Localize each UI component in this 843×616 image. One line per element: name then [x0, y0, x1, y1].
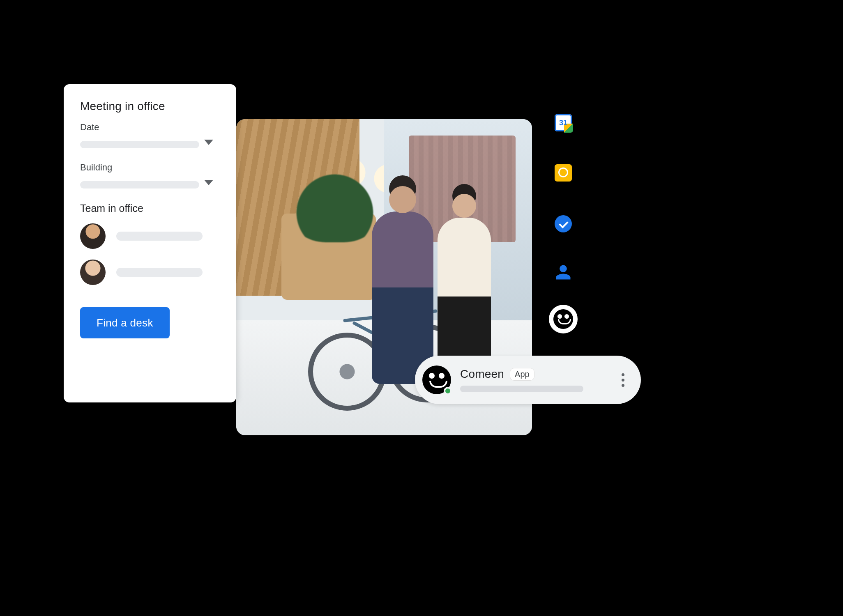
google-calendar-icon[interactable]: [555, 114, 572, 131]
booking-card: Meeting in office Date Building Team in …: [64, 84, 236, 402]
comeen-glyph: [553, 309, 573, 329]
building-label: Building: [80, 162, 220, 173]
google-tasks-icon[interactable]: [555, 215, 572, 232]
presence-indicator: [444, 387, 452, 395]
google-contacts-icon[interactable]: [555, 264, 572, 281]
chevron-down-icon: [204, 180, 213, 185]
comeen-app-icon[interactable]: [549, 305, 578, 333]
date-label: Date: [80, 122, 220, 133]
team-member-row: [80, 223, 220, 249]
chevron-down-icon: [204, 140, 213, 145]
team-section-title: Team in office: [80, 202, 220, 214]
chat-app-chip[interactable]: Comeen App: [415, 356, 641, 404]
booking-title: Meeting in office: [80, 100, 220, 113]
building-select[interactable]: [80, 179, 220, 191]
chat-app-name: Comeen: [460, 368, 504, 381]
chat-chip-body: Comeen App: [460, 368, 619, 392]
team-member-name-placeholder: [116, 232, 203, 241]
photo-person: [372, 211, 433, 384]
chat-app-avatar: [422, 365, 451, 394]
date-select[interactable]: [80, 138, 220, 151]
more-options-button[interactable]: [619, 371, 627, 389]
team-member-name-placeholder: [116, 268, 203, 277]
date-value-placeholder: [80, 141, 199, 148]
app-badge: App: [510, 368, 534, 381]
photo-plant: [290, 168, 380, 242]
avatar[interactable]: [80, 260, 106, 285]
chat-message-placeholder: [460, 386, 583, 392]
find-desk-button[interactable]: Find a desk: [80, 307, 170, 338]
team-member-row: [80, 260, 220, 285]
building-value-placeholder: [80, 181, 199, 188]
google-keep-icon[interactable]: [555, 164, 572, 182]
avatar[interactable]: [80, 223, 106, 249]
